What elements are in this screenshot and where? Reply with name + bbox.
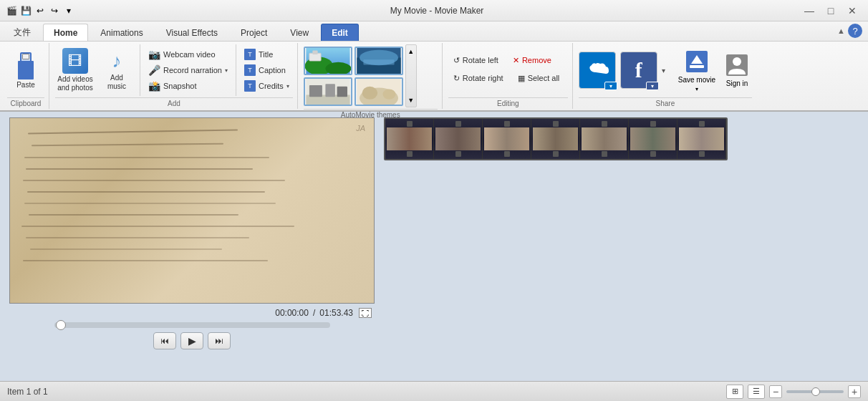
tab-home[interactable]: Home [43,24,88,41]
zoom-slider-thumb[interactable] [811,387,820,396]
storyboard-view-button[interactable]: ☰ [748,385,765,399]
rotate-right-button[interactable]: ↻ Rotate right [448,72,508,85]
record-narration-button[interactable]: 🎤 Record narration ▾ [145,63,231,77]
progress-thumb[interactable] [56,320,66,330]
tab-view[interactable]: View [279,24,319,41]
svg-point-22 [733,57,741,66]
film-content-3 [484,127,529,150]
snapshot-icon: 📸 [148,80,160,92]
theme-scroll-down-icon: ▼ [408,97,414,104]
facebook-wrapper: f ▾ [620,52,657,89]
save-movie-icon [684,49,710,74]
ribbon-group-share: ▾ f ▾ ▾ [574,43,756,109]
zoom-in-button[interactable]: + [848,385,861,398]
editing-row-1: ↺ Rotate left ✕ Remove [448,54,556,67]
zoom-slider[interactable] [786,390,844,393]
hw-line-5 [23,180,285,181]
snapshot-button[interactable]: 📸 Snapshot [145,79,231,93]
film-frame-6 [629,119,677,159]
rotate-right-icon: ↻ [453,74,460,83]
ribbon: Paste Clipboard 🎞 Add videos and photos … [0,42,868,112]
close-button[interactable]: ✕ [842,4,862,18]
fullscreen-button[interactable]: ⛶ [359,308,372,318]
film-perf-3-top [504,121,510,127]
onedrive-dropdown-arrow[interactable]: ▾ [604,82,617,90]
select-all-button[interactable]: ▦ Select all [513,72,565,85]
add-small-group: 📷 Webcam video 🎤 Record narration ▾ 📸 Sn… [145,47,231,93]
theme-thumb-2[interactable] [355,47,403,75]
ribbon-group-themes: ▲ ▼ AutoMovie themes [299,43,443,109]
credits-dropdown-icon[interactable]: ▾ [286,83,289,90]
sign-in-button[interactable]: Sign in [722,50,752,90]
theme-thumb-4[interactable] [355,77,403,106]
hw-line-9 [21,226,294,227]
hw-line-1 [17,125,367,138]
paste-button[interactable]: Paste [7,46,44,95]
title-label: Title [259,50,273,59]
tab-file[interactable]: 文件 [3,24,42,41]
facebook-dropdown-arrow[interactable]: ▾ [646,82,659,90]
forward-button[interactable]: ⏭ [208,332,231,349]
film-perf-7-top [699,121,705,127]
tab-project[interactable]: Project [230,24,278,41]
onedrive-wrapper: ▾ [579,52,616,89]
film-frame-3 [483,119,531,159]
add-divider [140,44,140,96]
select-all-label: Select all [528,74,560,82]
tab-edit[interactable]: Edit [321,24,359,41]
webcam-label: Webcam video [163,50,216,59]
theme-scroll-button[interactable]: ▲ ▼ [405,44,417,107]
editing-row-2: ↻ Rotate right ▦ Select all [448,72,565,85]
time-controls: 00:00:00 / 01:53.43 ⛶ [9,308,375,318]
webcam-button[interactable]: 📷 Webcam video [145,47,231,62]
film-perf-5-bottom [602,151,607,157]
film-perf-6-top [650,121,656,127]
tab-animations[interactable]: Animations [90,24,153,41]
theme-thumb-3[interactable] [304,77,352,106]
ribbon-collapse-icon[interactable]: ▲ [837,26,845,35]
film-content-4 [533,127,578,150]
sign-in-label: Sign in [726,79,748,88]
maximize-button[interactable]: □ [821,4,841,18]
microphone-icon: 🎤 [148,64,160,76]
tab-visual-effects[interactable]: Visual Effects [155,24,228,41]
filmstrip-inner [385,119,726,159]
hw-line-6 [27,191,265,193]
minimize-button[interactable]: — [799,4,819,18]
time-separator: / [313,308,315,318]
redo-icon[interactable]: ↪ [49,5,60,16]
hw-line-7 [24,203,276,204]
hw-line-11 [30,248,222,250]
add-music-button[interactable]: ♪ Add music [98,46,135,95]
add-content: 🎞 Add videos and photos ♪ Add music 📷 We… [55,44,293,96]
film-perf-1-top [407,121,413,127]
film-frame-7 [677,119,726,159]
share-more-dropdown[interactable]: ▾ [662,49,672,92]
zoom-out-button[interactable]: − [769,385,782,398]
svg-rect-20 [690,65,704,68]
film-content-5 [582,127,627,150]
title-button[interactable]: T Title [241,47,293,62]
rotate-left-button[interactable]: ↺ Rotate left [448,54,503,67]
undo-icon[interactable]: ↩ [34,5,46,16]
save-movie-dropdown-icon[interactable]: ▾ [695,86,698,92]
remove-button[interactable]: ✕ Remove [508,54,556,67]
quick-access-dropdown[interactable]: ▾ [63,5,74,16]
timeline-view-button[interactable]: ⊞ [726,385,743,399]
help-button[interactable]: ? [848,24,862,38]
save-icon[interactable]: 💾 [20,5,32,16]
add-videos-button[interactable]: 🎞 Add videos and photos [55,44,95,96]
save-movie-button[interactable]: Save movie ▾ [676,47,718,95]
themes-content: ▲ ▼ [304,44,438,107]
share-group-label: Share [579,97,752,107]
rewind-button[interactable]: ⏮ [153,332,176,349]
theme-thumb-1[interactable] [304,47,352,75]
rotate-left-icon: ↺ [453,56,460,65]
play-button[interactable]: ▶ [180,332,203,349]
credits-button[interactable]: T Credits ▾ [241,79,293,93]
record-narration-dropdown-icon[interactable]: ▾ [225,67,228,74]
progress-bar[interactable] [54,322,330,328]
ribbon-group-editing: ↺ Rotate left ✕ Remove ↻ Rotate right ▦ … [444,43,573,109]
svg-rect-8 [363,59,394,64]
caption-button[interactable]: T Caption [241,63,293,77]
